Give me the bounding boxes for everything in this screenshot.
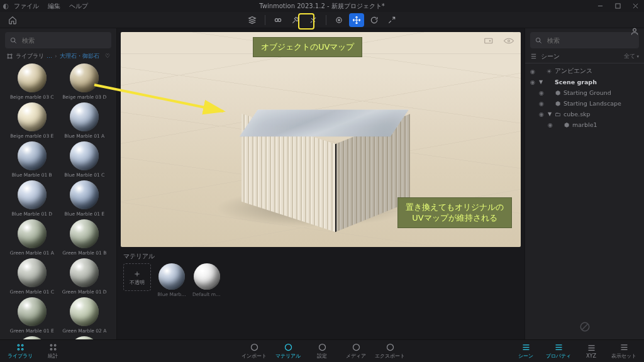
tool-unlink-icon[interactable] [306, 13, 321, 27]
scene-panel: シーン 全て ▾ ◉☀アンビエンス◉▼Scene graph◉⬢Starting… [525, 28, 644, 339]
svg-point-24 [54, 348, 56, 350]
bottom-tab-シーン[interactable]: シーン [511, 343, 541, 359]
tree-row[interactable]: ◉⬢marble1 [525, 119, 644, 130]
tree-row[interactable]: ◉⬢Starting Landscape [525, 98, 644, 109]
library-search-input[interactable] [21, 36, 106, 45]
breadcrumb-leaf[interactable]: 大理石・御影石 [60, 52, 99, 60]
material-item[interactable]: Default ma... [192, 263, 221, 297]
menu-file[interactable]: ファイル [14, 2, 39, 11]
tree-row[interactable]: ◉☀アンビエンス [525, 66, 644, 77]
bottom-tab-設定[interactable]: 設定 [307, 343, 337, 359]
library-item[interactable]: Green Marble 01 E [6, 296, 58, 334]
bottom-tab-表示セット[interactable]: 表示セット [609, 343, 639, 359]
center-panel: オブジェクトのUVマップ 置き換えてもオリジナルの UVマップが維持される マテ… [117, 28, 525, 339]
library-item[interactable]: Green Marble 01 B [59, 218, 111, 256]
viewport-eye-icon[interactable] [503, 37, 514, 46]
svg-point-21 [50, 344, 52, 346]
bottom-tab-XYZ[interactable]: XYZ [576, 343, 606, 359]
material-sphere-icon [18, 102, 47, 131]
library-item-label: Green Marble 01 A [10, 250, 54, 256]
visibility-eye-icon[interactable]: ◉ [538, 89, 545, 96]
tree-row-label: Starting Landscape [564, 100, 621, 107]
tool-layers-icon[interactable] [245, 13, 260, 27]
bottom-tab-インポート[interactable]: インポート [239, 343, 269, 359]
library-item[interactable]: Green Marble 01 A [6, 218, 58, 256]
material-sphere-icon [158, 263, 185, 290]
breadcrumb-mid[interactable]: … [47, 53, 52, 59]
bottom-tab-label: プロパティ [546, 353, 571, 359]
bottom-tab-エクスポート[interactable]: エクスポート [375, 343, 405, 359]
scene-filter-all[interactable]: 全て ▾ [624, 52, 639, 60]
window-close[interactable] [626, 0, 644, 12]
tool-rotate-icon[interactable] [367, 13, 382, 27]
library-item[interactable]: Green Marble 02 C [59, 335, 111, 339]
svg-point-23 [50, 348, 52, 350]
material-add-button[interactable]: ＋ 不透明 [123, 263, 151, 291]
viewport-3d[interactable]: オブジェクトのUVマップ 置き換えてもオリジナルの UVマップが維持される [121, 32, 521, 247]
plus-icon: ＋ [133, 269, 142, 278]
bottom-tab-ライブラリ[interactable]: ライブラリ [5, 343, 35, 359]
svg-point-13 [489, 40, 491, 41]
library-item[interactable]: Blue Marble 01 D [6, 179, 58, 217]
svg-point-7 [11, 38, 14, 41]
home-icon[interactable] [0, 16, 25, 25]
tool-link-icon[interactable] [270, 13, 286, 27]
tree-row[interactable]: ◉▼🗀cube.skp [525, 109, 644, 119]
window-maximize[interactable] [609, 0, 626, 12]
tab-icon [619, 343, 629, 352]
svg-point-1 [275, 18, 278, 21]
library-item[interactable]: Blue Marble 01 C [59, 140, 111, 178]
visibility-eye-icon[interactable]: ◉ [538, 111, 545, 118]
library-item[interactable]: Blue Marble 01 E [59, 179, 111, 217]
library-item[interactable]: Blue Marble 01 B [6, 140, 58, 178]
library-item[interactable]: Beige marble 03 C [6, 62, 58, 100]
library-item[interactable]: Green Marble 02 B [6, 335, 58, 339]
svg-point-11 [11, 57, 12, 58]
library-item-label: Beige marble 03 E [10, 133, 53, 139]
material-sphere-icon [18, 141, 47, 170]
bottom-tab-label: マテリアル [275, 353, 301, 359]
menu-edit[interactable]: 編集 [48, 2, 60, 11]
visibility-eye-icon[interactable]: ◉ [529, 79, 536, 85]
scene-search-input[interactable] [546, 36, 634, 45]
tab-icon [250, 343, 259, 352]
favorite-icon[interactable]: ♡ [105, 53, 110, 59]
materials-title: マテリアル [123, 252, 518, 261]
library-item[interactable]: Green Marble 01 C [6, 257, 58, 295]
library-item[interactable]: Beige marble 03 D [59, 62, 111, 100]
tool-eyedropper-icon[interactable] [288, 13, 303, 27]
library-item[interactable]: Green Marble 01 D [59, 257, 111, 295]
visibility-eye-icon[interactable]: ◉ [529, 68, 536, 75]
viewport-camera-icon[interactable] [484, 37, 496, 46]
tool-scale-icon[interactable] [384, 13, 399, 27]
visibility-eye-icon[interactable]: ◉ [547, 121, 554, 128]
bottom-tab-統計[interactable]: 統計 [38, 343, 68, 359]
scene-search[interactable] [530, 32, 639, 48]
user-icon[interactable] [630, 27, 639, 36]
tree-type-icon: ⬢ [554, 100, 562, 107]
bottom-tab-プロパティ[interactable]: プロパティ [543, 343, 574, 359]
tree-twist-icon[interactable]: ▼ [538, 79, 543, 85]
svg-point-8 [8, 53, 9, 55]
menu-help[interactable]: ヘルプ [69, 2, 88, 11]
tool-move-icon[interactable] [349, 13, 364, 27]
tree-row[interactable]: ◉⬢Starting Ground [525, 87, 644, 98]
tree-twist-icon[interactable]: ▼ [547, 111, 552, 117]
tool-target-icon[interactable] [331, 13, 347, 27]
visibility-eye-icon[interactable]: ◉ [538, 100, 545, 107]
window-minimize[interactable] [591, 0, 609, 12]
library-item[interactable]: Beige marble 03 E [6, 101, 58, 139]
material-item[interactable]: Blue Marb... [157, 263, 186, 297]
material-sphere-icon [70, 63, 99, 92]
tree-row[interactable]: ◉▼Scene graph [525, 77, 644, 87]
bottom-tab-label: シーン [518, 353, 533, 359]
breadcrumb-root[interactable]: ライブラリ [16, 52, 44, 60]
library-search[interactable] [5, 32, 111, 48]
library-item[interactable]: Blue Marble 01 A [59, 101, 111, 139]
tab-icon [386, 343, 395, 352]
library-item[interactable]: Green Marble 02 A [59, 296, 111, 334]
library-item-label: Green Marble 01 B [62, 250, 106, 256]
bottom-tab-マテリアル[interactable]: マテリアル [273, 343, 303, 359]
bottom-tab-メディア[interactable]: メディア [341, 343, 371, 359]
cube-mesh[interactable] [242, 92, 411, 218]
